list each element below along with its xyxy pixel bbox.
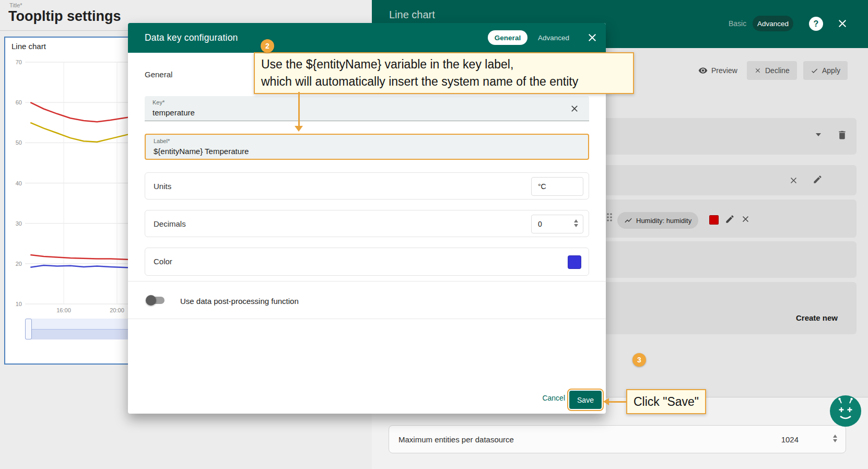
color-row: Color — [145, 248, 589, 276]
svg-text:40: 40 — [16, 180, 22, 186]
decimals-stepper[interactable] — [574, 219, 578, 227]
divider — [128, 281, 606, 282]
screen: Title* Toopltip settings 706050403020101… — [0, 0, 868, 469]
title-field-value[interactable]: Toopltip settings — [8, 8, 121, 25]
step-2-callout: Use the ${entityName} variable in the ke… — [254, 52, 634, 94]
postprocessing-label: Use data post-processing function — [180, 292, 299, 309]
trash-icon[interactable] — [837, 130, 848, 143]
units-row: Units °C — [145, 172, 589, 200]
color-swatch[interactable] — [568, 255, 581, 269]
arrow-to-label-field — [298, 92, 300, 126]
arrow-to-save-button — [609, 401, 626, 403]
chevron-down-icon[interactable] — [816, 133, 821, 136]
widget-edit-title: Line chart — [389, 9, 435, 21]
tab-general[interactable]: General — [488, 30, 527, 45]
color-label: Color — [154, 248, 172, 274]
section-general-label: General — [145, 70, 172, 79]
decline-label: Decline — [765, 66, 790, 75]
max-entities-field[interactable]: Maximum entities per datasource 1024 — [389, 425, 846, 453]
svg-text:10: 10 — [16, 301, 22, 307]
label-field-value[interactable]: ${entityName} Temperature — [154, 147, 249, 156]
widget-title: Line chart — [11, 42, 46, 51]
mascot-icon — [829, 395, 862, 427]
preview-label: Preview — [711, 66, 737, 75]
apply-label: Apply — [822, 66, 840, 75]
callout-line-2: which will automatically insert the syst… — [261, 73, 627, 90]
step-3-callout: Click "Save" — [626, 389, 706, 414]
svg-text:20: 20 — [16, 261, 22, 267]
eye-icon — [698, 66, 708, 75]
max-entities-label: Maximum entities per datasource — [398, 426, 514, 453]
edit-icon[interactable] — [813, 174, 823, 186]
create-new-button[interactable]: Create new — [796, 313, 838, 322]
timeseries-icon — [624, 216, 632, 225]
scrollbar-handle[interactable] — [25, 319, 32, 339]
dialog-header: Data key configuration General Advanced — [128, 23, 606, 53]
data-key-chip-label: Humidity: humidity — [636, 217, 691, 225]
key-color-swatch[interactable] — [709, 215, 719, 225]
tab-basic[interactable]: Basic — [729, 19, 746, 28]
decimals-input[interactable]: 0 — [531, 215, 583, 233]
assistant-mascot-button[interactable] — [829, 395, 862, 427]
units-input[interactable]: °C — [531, 177, 583, 196]
stepper-up-icon[interactable] — [574, 219, 578, 222]
step-3-badge: 3 — [632, 353, 646, 367]
apply-button[interactable]: Apply — [803, 61, 848, 80]
remove-key-icon[interactable] — [741, 214, 750, 226]
preview-button[interactable]: Preview — [691, 61, 745, 80]
tab-advanced[interactable]: Advanced — [538, 30, 569, 45]
toggle-thumb — [146, 295, 156, 306]
panel-close-icon[interactable] — [836, 17, 849, 30]
units-label: Units — [154, 173, 171, 199]
data-key-chip[interactable]: Humidity: humidity — [617, 212, 698, 229]
clear-icon[interactable] — [789, 175, 799, 187]
edit-key-icon[interactable] — [725, 214, 735, 226]
postprocessing-toggle[interactable] — [147, 297, 165, 304]
divider — [128, 319, 606, 319]
key-field-value[interactable]: temperature — [153, 108, 195, 117]
tab-advanced-mode[interactable]: Advanced — [753, 16, 793, 31]
close-icon — [754, 67, 761, 74]
stepper-up-icon[interactable] — [833, 435, 837, 438]
callout-line-1: Use the ${entityName} variable in the ke… — [261, 56, 627, 73]
svg-text:20:00: 20:00 — [110, 307, 124, 313]
decline-button[interactable]: Decline — [747, 61, 797, 80]
key-clear-icon[interactable] — [569, 103, 580, 116]
cancel-button[interactable]: Cancel — [542, 394, 565, 402]
step-2-badge: 2 — [261, 39, 274, 53]
label-field-label: Label* — [154, 138, 170, 144]
label-field[interactable]: Label* ${entityName} Temperature — [145, 134, 589, 160]
drag-handle-icon[interactable] — [605, 212, 614, 225]
decimals-value: 0 — [538, 220, 542, 228]
stepper-down-icon[interactable] — [833, 439, 837, 442]
svg-text:60: 60 — [16, 99, 22, 105]
key-field-label: Key* — [153, 99, 165, 105]
decimals-label: Decimals — [154, 210, 186, 237]
dialog-close-icon[interactable] — [586, 31, 599, 44]
arrow-head — [295, 126, 303, 132]
svg-text:30: 30 — [16, 220, 22, 227]
svg-text:50: 50 — [16, 139, 22, 146]
stepper-down-icon[interactable] — [574, 224, 578, 227]
key-field[interactable]: Key* temperature — [145, 96, 589, 121]
max-entities-stepper[interactable] — [833, 435, 837, 442]
title-field-label: Title* — [9, 2, 22, 8]
decimals-row: Decimals 0 — [145, 210, 589, 237]
help-icon[interactable]: ? — [809, 17, 823, 31]
arrow-head — [603, 398, 609, 405]
svg-text:70: 70 — [16, 59, 22, 65]
dialog-title: Data key configuration — [145, 23, 238, 53]
max-entities-value[interactable]: 1024 — [781, 426, 799, 453]
save-button[interactable]: Save — [569, 391, 602, 409]
svg-text:16:00: 16:00 — [56, 307, 71, 313]
check-icon — [811, 67, 818, 75]
